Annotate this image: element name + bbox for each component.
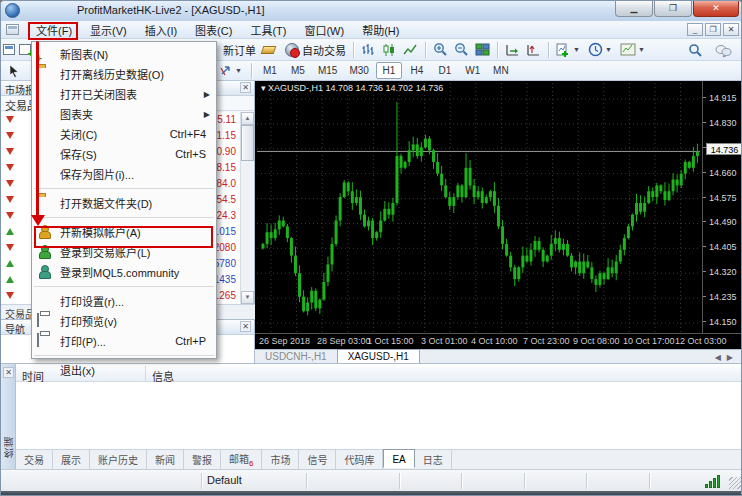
child-restore-button[interactable]: ❐ [705,23,721,36]
terminal-tab-账户历史[interactable]: 账户历史 [90,450,147,469]
price-axis: 14.91514.83014.74514.66014.57514.49014.4… [702,81,742,333]
arrows-dropdown[interactable]: ▼ [235,67,242,74]
menu-窗口[interactable]: 窗口(W) [295,20,353,40]
ask-price: 1435 [214,274,236,285]
column-message[interactable]: 信息 [146,366,742,381]
cursor-icon[interactable] [5,62,23,80]
file-menu-item-label: 关闭(C) [60,126,97,142]
printer-icon [37,334,53,348]
new-order-button[interactable]: 新订单 [217,40,259,60]
timeframe-M1[interactable]: M1 [257,62,283,79]
file-menu-item-保存[interactable]: 保存(S)Ctrl+S [32,144,216,164]
open-chart-icon[interactable] [19,44,31,55]
menu-显示[interactable]: 显示(V) [81,20,136,40]
timeframe-W1[interactable]: W1 [460,62,486,79]
periods-button[interactable]: ▼ [585,40,617,59]
timeframe-D1[interactable]: D1 [432,62,458,79]
chart-tab-XAGUSD-,H1[interactable]: XAGUSD-,H1 [337,349,420,363]
arrow-up-icon [6,260,14,267]
indicators-button[interactable]: ▼ [553,41,585,59]
chart-doc-icon[interactable] [6,24,19,35]
file-menu-item-图表夹[interactable]: 图表夹▶ [32,104,216,124]
terminal-tab-信号[interactable]: 信号 [299,450,336,469]
zoom-out-button[interactable] [451,40,472,59]
terminal-tab-邮箱[interactable]: 邮箱6 [221,449,262,470]
minimize-button[interactable]: ▁ [615,1,653,17]
restore-button[interactable]: ❐ [654,1,692,17]
terminal-close-icon[interactable]: ✕ [3,367,14,378]
tile-windows-button[interactable] [472,41,493,59]
line-chart-button[interactable] [400,41,421,59]
candlestick-plot[interactable] [257,83,700,333]
indicators-dropdown[interactable]: ▼ [573,46,580,53]
terminal-tab-市场[interactable]: 市场 [262,450,299,469]
zoom-in-button[interactable] [430,40,451,59]
terminal-tab-警报[interactable]: 警报 [184,450,221,469]
market-watch-scrollbar[interactable]: ▲ ▼ [240,112,253,304]
file-menu-item-打印设置[interactable]: 打印设置(r)... [32,291,216,311]
timeframe-H4[interactable]: H4 [404,62,430,79]
file-menu-item-label: 打开离线历史数据(O) [60,66,164,82]
menu-工具[interactable]: 工具(T) [241,20,295,40]
timeframe-M15[interactable]: M15 [313,62,342,79]
timeframe-MN[interactable]: MN [488,62,514,79]
file-menu-item-打印预览[interactable]: 打印预览(v) [32,311,216,331]
child-close-button[interactable]: ✕ [723,23,739,36]
templates-button[interactable]: ▼ [617,41,650,58]
candlestick-button[interactable] [379,41,400,59]
timeframe-H1[interactable]: H1 [376,62,402,79]
tab-scroll-arrows[interactable]: ◀▶ [715,353,739,362]
search-icon[interactable] [685,41,706,60]
file-menu-item-打开离线历史数据[interactable]: 打开离线历史数据(O) [32,64,216,84]
menu-帮助[interactable]: 帮助(H) [353,20,408,40]
gold-icon[interactable] [261,46,277,54]
new-chart-icon[interactable] [3,44,15,55]
file-menu-item-新图表[interactable]: 新图表(N) [32,44,216,64]
scrollbar-thumb[interactable] [241,125,254,161]
arrows-tool-button[interactable]: ▼ [215,62,247,80]
arrow-down-icon [6,196,14,203]
arrow-down-icon [6,180,14,187]
resize-grip[interactable] [729,477,741,489]
arrow-down-icon [6,148,14,155]
autoscroll-button[interactable] [502,41,523,59]
terminal-tab-日志[interactable]: 日志 [415,450,452,469]
auto-trading-button[interactable]: 自动交易 [282,40,349,60]
bar-chart-button[interactable] [358,41,379,59]
price-tick: 14.660 [709,168,737,178]
market-watch-close-icon[interactable]: ✕ [240,82,251,93]
file-menu-dropdown: 新图表(N)打开离线历史数据(O)打开已关闭图表▶图表夹▶关闭(C)Ctrl+F… [31,41,217,359]
file-menu-item-退出[interactable]: 退出(x) [32,360,216,380]
file-menu-item-打开数据文件夹[interactable]: 打开数据文件夹(D) [32,193,216,213]
timeframe-M30[interactable]: M30 [344,62,373,79]
current-price-box: 14.736 [706,143,742,155]
navigator-close-icon[interactable]: ✕ [240,321,251,332]
menu-图表[interactable]: 图表(C) [186,20,241,40]
child-minimize-button[interactable]: _ [687,23,703,36]
terminal-tab-交易[interactable]: 交易 [16,450,53,469]
file-menu-item-登录到MQL5.community[interactable]: 登录到MQL5.community [32,262,216,282]
terminal-tab-新闻[interactable]: 新闻 [147,450,184,469]
file-menu-item-保存为图片[interactable]: 保存为图片(i)... [32,164,216,184]
scroll-down-icon[interactable]: ▼ [241,291,254,304]
scroll-up-icon[interactable]: ▲ [241,112,254,125]
menu-插入[interactable]: 插入(I) [136,20,186,40]
chart-tab-USDCNH-,H1[interactable]: USDCNH-,H1 [255,350,337,363]
file-menu-item-关闭[interactable]: 关闭(C)Ctrl+F4 [32,124,216,144]
chart-window[interactable]: ▾ XAGUSD-,H1 14.708 14.736 14.702 14.736… [255,81,742,363]
terminal-tab-代码库[interactable]: 代码库 [336,450,383,469]
mail-badge: 6 [249,459,253,468]
terminal-tab-展示[interactable]: 展示 [53,450,90,469]
file-menu-item-打印[interactable]: 打印(P)...Ctrl+P [32,331,216,351]
title-bar[interactable]: ProfitMarketHK-Live2 - [XAGUSD-,H1] ▁ ❐ … [1,1,742,21]
file-menu-item-打开已关闭图表[interactable]: 打开已关闭图表▶ [32,84,216,104]
chat-icon[interactable] [712,42,735,60]
periods-dropdown[interactable]: ▼ [605,46,612,53]
templates-dropdown[interactable]: ▼ [638,46,645,53]
chart-shift-button[interactable] [523,41,544,59]
close-button[interactable]: ✕ [693,1,739,17]
timeframe-M5[interactable]: M5 [285,62,311,79]
terminal-tab-bar: 交易展示账户历史新闻警报邮箱6市场信号代码库EA日志 [16,449,742,469]
terminal-tab-EA[interactable]: EA [383,449,414,468]
status-profile[interactable]: Default [207,474,242,486]
